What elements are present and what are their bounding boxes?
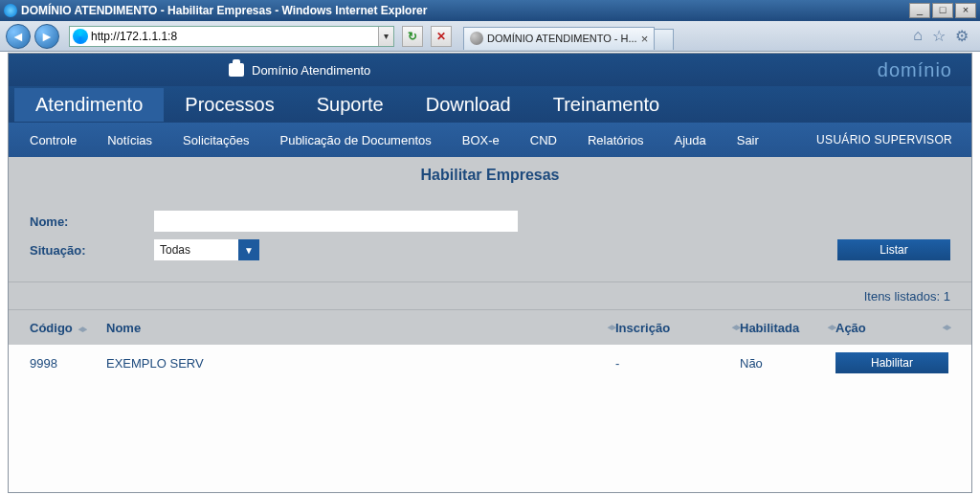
new-tab-button[interactable] [655,29,674,50]
subnav-solicitacoes[interactable]: Solicitações [167,125,264,155]
chevron-down-icon[interactable]: ▼ [238,239,259,260]
th-inscricao[interactable]: Inscrição◆ [615,321,740,335]
subnav-publicacao[interactable]: Publicação de Documentos [264,125,446,155]
tab-title: DOMÍNIO ATENDIMENTO - H... [487,33,637,44]
secondary-nav: Controle Notícias Solicitações Publicaçã… [9,123,971,157]
subnav-controle[interactable]: Controle [14,125,92,155]
subnav-relatorios[interactable]: Relatórios [572,125,659,155]
table-header: Código◆ Nome◆ Inscrição◆ Habilitada◆ Açã… [9,310,971,345]
back-button[interactable]: ◄ [6,24,31,49]
habilitar-button[interactable]: Habilitar [835,352,948,373]
current-user: USUÁRIO SUPERVISOR [816,133,966,146]
forward-button[interactable]: ► [34,24,59,49]
th-habilitada[interactable]: Habilitada◆ [740,321,835,335]
sort-icon: ◆ [828,323,835,330]
stop-button[interactable]: ✕ [431,26,452,47]
th-acao[interactable]: Ação◆ [835,321,950,335]
nav-processos[interactable]: Processos [164,88,295,122]
maximize-button[interactable]: □ [932,3,953,18]
sort-icon: ◆ [732,323,740,330]
cell-codigo: 9998 [30,356,106,371]
content-area [9,381,971,492]
subnav-cnd[interactable]: CND [515,125,572,155]
table-row: 9998 EXEMPLO SERV - Não Habilitar [9,345,971,381]
nav-atendimento[interactable]: Atendimento [14,88,164,122]
situacao-select[interactable]: Todas ▼ [154,239,259,260]
subnav-ajuda[interactable]: Ajuda [658,125,721,155]
favicon [470,32,483,45]
sort-icon: ◆ [78,325,86,332]
situacao-label: Situação: [30,243,154,258]
site-icon [73,29,88,44]
url-dropdown-button[interactable]: ▾ [378,27,393,46]
sort-icon: ◆ [608,323,615,330]
close-window-button[interactable]: × [955,3,976,18]
situacao-value: Todas [160,243,190,257]
cell-inscricao: - [615,356,740,371]
th-nome[interactable]: Nome◆ [106,321,615,335]
result-meta: Itens listados: 1 [9,281,971,310]
tab-close-icon[interactable]: × [641,32,649,46]
url-input[interactable] [91,28,378,45]
page-title: Habilitar Empresas [9,157,971,193]
subnav-boxe[interactable]: BOX-e [447,125,515,155]
address-bar[interactable]: ▾ [69,26,394,47]
nav-download[interactable]: Download [405,88,532,122]
app-viewport: Domínio Atendimento domínio Atendimento … [8,53,972,493]
nav-suporte[interactable]: Suporte [296,88,405,122]
brand-logo: domínio [878,59,952,81]
th-codigo[interactable]: Código◆ [30,321,106,335]
tools-icon[interactable]: ⚙ [955,27,969,45]
window-titlebar: DOMÍNIO ATENDIMENTO - Habilitar Empresas… [0,0,980,21]
subnav-sair[interactable]: Sair [722,125,774,155]
browser-tab[interactable]: DOMÍNIO ATENDIMENTO - H... × [463,27,655,50]
minimize-button[interactable]: _ [909,3,930,18]
nav-treinamento[interactable]: Treinamento [532,88,681,122]
briefcase-icon [229,63,244,77]
product-name: Domínio Atendimento [252,63,370,78]
filter-panel: Nome: Situação: Todas ▼ Listar [9,193,971,281]
ie-icon [4,4,17,17]
cell-habilitada: Não [740,356,835,371]
itens-listados: Itens listados: 1 [864,289,950,304]
nome-label: Nome: [30,214,154,229]
home-icon[interactable]: ⌂ [913,27,923,45]
browser-toolbar: ◄ ► ▾ ↻ ✕ DOMÍNIO ATENDIMENTO - H... × ⌂… [0,21,980,52]
listar-button[interactable]: Listar [837,239,950,260]
subnav-noticias[interactable]: Notícias [92,125,167,155]
refresh-button[interactable]: ↻ [402,26,423,47]
favorites-icon[interactable]: ☆ [932,27,946,45]
sort-icon: ◆ [943,323,950,330]
primary-nav: Atendimento Processos Suporte Download T… [9,86,971,123]
nome-input[interactable] [154,211,518,232]
window-title: DOMÍNIO ATENDIMENTO - Habilitar Empresas… [21,4,427,17]
cell-nome: EXEMPLO SERV [106,356,615,371]
brand-bar: Domínio Atendimento domínio [9,54,971,86]
